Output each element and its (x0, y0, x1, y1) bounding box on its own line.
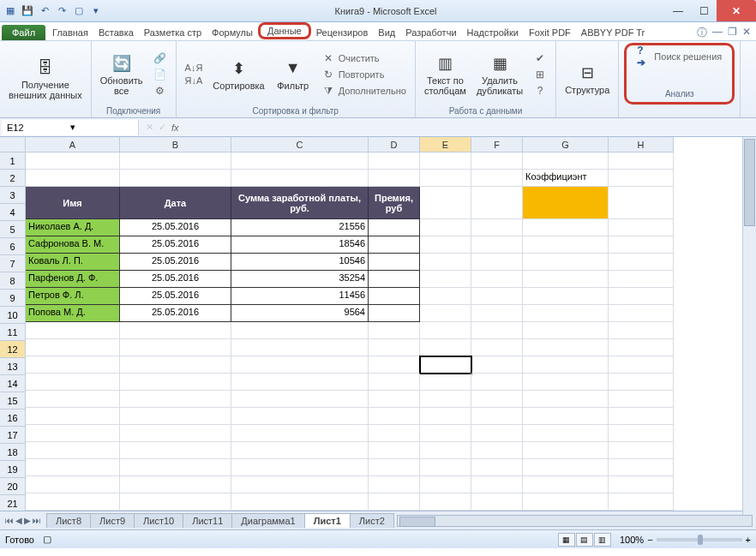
tab-данные[interactable]: Данные (258, 22, 311, 39)
cell-F14[interactable] (471, 391, 523, 408)
cell-F17[interactable] (471, 442, 523, 459)
cell-F3[interactable] (471, 187, 523, 219)
cell-F20[interactable] (471, 493, 523, 511)
cell-C1[interactable] (231, 152, 369, 170)
cell-D6[interactable] (369, 254, 420, 271)
tab-формулы[interactable]: Формулы (207, 25, 258, 40)
cell-H18[interactable] (609, 459, 674, 476)
cell-H12[interactable] (609, 356, 674, 374)
cell-C11[interactable] (231, 339, 369, 356)
cell-A20[interactable] (26, 493, 120, 511)
row-head-19[interactable]: 19 (0, 461, 26, 478)
cell-E2[interactable] (420, 170, 471, 187)
filter-button[interactable]: ▼ Фильтр (272, 57, 315, 93)
zoom-level[interactable]: 100% (620, 535, 644, 545)
cell-F16[interactable] (471, 425, 523, 442)
zoom-slider[interactable] (657, 538, 742, 541)
col-head-A[interactable]: A (26, 137, 120, 152)
cell-A10[interactable] (26, 322, 120, 339)
row-head-16[interactable]: 16 (0, 410, 26, 427)
col-head-H[interactable]: H (609, 137, 674, 152)
minimize-button[interactable]: — (665, 0, 691, 21)
cell-A6[interactable]: Коваль Л. П. (26, 254, 120, 271)
whatif-button[interactable]: ? (530, 83, 550, 99)
outline-button[interactable]: ⊟ Структура (561, 61, 613, 97)
cell-D4[interactable] (369, 219, 420, 236)
sheet-next-icon[interactable]: ▶ (24, 516, 31, 525)
cell-C14[interactable] (231, 391, 369, 408)
cell-G18[interactable] (523, 459, 609, 476)
consolidate-button[interactable]: ⊞ (530, 67, 550, 82)
tab-вставка[interactable]: Вставка (93, 25, 139, 40)
cell-C19[interactable] (231, 476, 369, 493)
cell-G1[interactable] (523, 152, 609, 170)
cell-C8[interactable]: 11456 (231, 288, 369, 305)
sheet-prev-icon[interactable]: ◀ (15, 516, 22, 525)
cell-B6[interactable]: 25.05.2016 (120, 254, 231, 271)
restore-icon[interactable]: ❐ (728, 26, 737, 40)
row-head-13[interactable]: 13 (0, 358, 26, 375)
cell-B15[interactable] (120, 408, 231, 425)
cell-F8[interactable] (471, 288, 523, 305)
cell-B11[interactable] (120, 339, 231, 356)
cell-E4[interactable] (420, 219, 471, 236)
cell-H1[interactable] (609, 152, 674, 170)
cell-C18[interactable] (231, 459, 369, 476)
cell-C16[interactable] (231, 425, 369, 442)
cell-E6[interactable] (420, 254, 471, 271)
cell-A19[interactable] (26, 476, 120, 493)
cell-G20[interactable] (523, 493, 609, 511)
cell-B17[interactable] (120, 442, 231, 459)
close-doc-icon[interactable]: ✕ (742, 26, 751, 40)
cell-E7[interactable] (420, 271, 471, 288)
sort-button[interactable]: ⬍ Сортировка (209, 57, 267, 93)
cell-E16[interactable] (420, 425, 471, 442)
row-head-5[interactable]: 5 (0, 221, 26, 238)
cell-H4[interactable] (609, 219, 674, 236)
horizontal-scrollbar[interactable] (397, 515, 753, 527)
cell-D13[interactable] (369, 374, 420, 391)
cell-A13[interactable] (26, 374, 120, 391)
cell-H11[interactable] (609, 339, 674, 356)
cell-D15[interactable] (369, 408, 420, 425)
zoom-out-button[interactable]: − (647, 535, 652, 545)
col-head-E[interactable]: E (420, 137, 471, 152)
cell-H3[interactable] (609, 187, 674, 219)
cell-B1[interactable] (120, 152, 231, 170)
cell-H8[interactable] (609, 288, 674, 305)
cell-A15[interactable] (26, 408, 120, 425)
cell-G4[interactable] (523, 219, 609, 236)
cell-D10[interactable] (369, 322, 420, 339)
sheet-tab-Лист10[interactable]: Лист10 (134, 513, 183, 528)
open-icon[interactable]: ▾ (89, 4, 103, 18)
cell-G16[interactable] (523, 425, 609, 442)
row-head-14[interactable]: 14 (0, 375, 26, 392)
tab-разработчи[interactable]: Разработчи (400, 25, 461, 40)
sheet-tab-Лист1[interactable]: Лист1 (304, 513, 351, 528)
cell-C2[interactable] (231, 170, 369, 187)
cell-F6[interactable] (471, 254, 523, 271)
close-button[interactable]: ✕ (717, 0, 756, 21)
col-head-G[interactable]: G (523, 137, 609, 152)
cell-H16[interactable] (609, 425, 674, 442)
cell-E10[interactable] (420, 322, 471, 339)
cell-D3[interactable]: Премия, руб (369, 187, 420, 219)
cell-A1[interactable] (26, 152, 120, 170)
cell-H7[interactable] (609, 271, 674, 288)
row-head-8[interactable]: 8 (0, 272, 26, 290)
normal-view-button[interactable]: ▦ (558, 533, 575, 547)
cell-A17[interactable] (26, 442, 120, 459)
properties-button[interactable]: 📄 (150, 67, 171, 82)
cell-B7[interactable]: 25.05.2016 (120, 271, 231, 288)
reapply-button[interactable]: ↻Повторить (318, 67, 410, 82)
row-head-10[interactable]: 10 (0, 307, 26, 324)
connections-button[interactable]: 🔗 (150, 51, 171, 66)
cell-G19[interactable] (523, 476, 609, 493)
advanced-filter-button[interactable]: ⧩Дополнительно (318, 83, 410, 99)
name-box[interactable]: E12▾ (2, 120, 139, 135)
cell-H19[interactable] (609, 476, 674, 493)
cell-H2[interactable] (609, 170, 674, 187)
sheet-tab-Лист11[interactable]: Лист11 (183, 513, 232, 528)
cell-F1[interactable] (471, 152, 523, 170)
col-head-B[interactable]: B (120, 137, 231, 152)
